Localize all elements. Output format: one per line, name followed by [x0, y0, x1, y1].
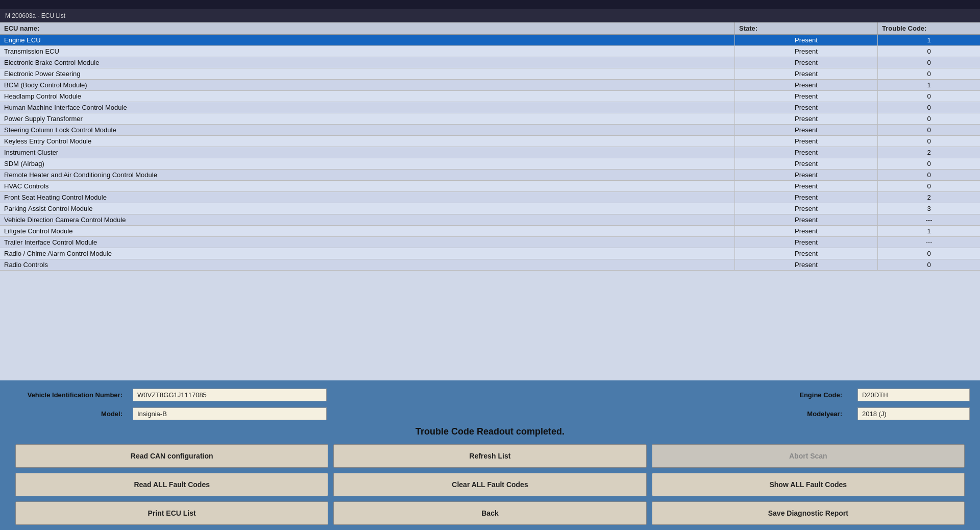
ecu-state-cell: Present: [735, 125, 878, 135]
table-row[interactable]: Electronic Brake Control ModulePresent0: [0, 57, 980, 68]
print-ecu-list-button[interactable]: Print ECU List: [15, 501, 328, 525]
window-title-text: M 200603a - ECU List: [5, 12, 65, 19]
ecu-state-cell: Present: [735, 158, 878, 169]
ecu-name-cell: Human Machine Interface Control Module: [0, 102, 735, 113]
ecu-state-cell: Present: [735, 147, 878, 158]
ecu-trouble-code-cell: 0: [878, 248, 980, 259]
vin-row: Vehicle Identification Number: Engine Co…: [10, 389, 970, 401]
table-row[interactable]: Instrument ClusterPresent2: [0, 147, 980, 158]
ecu-state-cell: Present: [735, 113, 878, 124]
title-bar: [0, 0, 980, 9]
ecu-name-cell: Electronic Power Steering: [0, 68, 735, 79]
save-diagnostic-report-button[interactable]: Save Diagnostic Report: [652, 501, 965, 525]
engine-code-input[interactable]: [857, 389, 970, 401]
table-row[interactable]: HVAC ControlsPresent0: [0, 181, 980, 192]
ecu-name-cell: Liftgate Control Module: [0, 226, 735, 236]
ecu-trouble-code-cell: 0: [878, 181, 980, 191]
table-row[interactable]: Steering Column Lock Control ModulePrese…: [0, 125, 980, 136]
ecu-state-cell: Present: [735, 80, 878, 90]
ecu-trouble-code-cell: 0: [878, 57, 980, 68]
ecu-state-cell: Present: [735, 102, 878, 113]
window-title: M 200603a - ECU List: [0, 9, 980, 22]
ecu-trouble-code-cell: 0: [878, 113, 980, 124]
ecu-state-cell: Present: [735, 35, 878, 45]
engine-code-label: Engine Code:: [799, 391, 842, 399]
vin-label: Vehicle Identification Number:: [10, 391, 122, 399]
ecu-trouble-code-cell: ---: [878, 237, 980, 248]
table-row[interactable]: Remote Heater and Air Conditioning Contr…: [0, 170, 980, 181]
ecu-name-cell: Electronic Brake Control Module: [0, 57, 735, 68]
bottom-area: Vehicle Identification Number: Engine Co…: [0, 380, 980, 530]
table-row[interactable]: Front Seat Heating Control ModulePresent…: [0, 192, 980, 203]
ecu-rows: Engine ECUPresent1Transmission ECUPresen…: [0, 35, 980, 271]
read-all-fault-codes-button[interactable]: Read ALL Fault Codes: [15, 473, 328, 496]
ecu-name-cell: Vehicle Direction Camera Control Module: [0, 214, 735, 225]
table-row[interactable]: SDM (Airbag)Present0: [0, 158, 980, 170]
clear-all-fault-codes-button[interactable]: Clear ALL Fault Codes: [333, 473, 646, 496]
ecu-trouble-code-cell: 0: [878, 158, 980, 169]
abort-scan-button[interactable]: Abort Scan: [652, 444, 965, 468]
model-label: Model:: [10, 410, 122, 418]
table-row[interactable]: Radio ControlsPresent0: [0, 259, 980, 271]
ecu-name-cell: Engine ECU: [0, 35, 735, 45]
ecu-state-cell: Present: [735, 181, 878, 191]
ecu-state-cell: Present: [735, 214, 878, 225]
back-button[interactable]: Back: [333, 501, 646, 525]
ecu-name-cell: Radio / Chime Alarm Control Module: [0, 248, 735, 259]
table-row[interactable]: Engine ECUPresent1: [0, 35, 980, 46]
ecu-state-cell: Present: [735, 248, 878, 259]
table-row[interactable]: Electronic Power SteeringPresent0: [0, 68, 980, 80]
ecu-trouble-code-cell: ---: [878, 214, 980, 225]
table-row[interactable]: Trailer Interface Control ModulePresent-…: [0, 237, 980, 248]
ecu-trouble-code-cell: 2: [878, 192, 980, 203]
show-all-fault-codes-button[interactable]: Show ALL Fault Codes: [652, 473, 965, 496]
header-ecu-name: ECU name:: [0, 22, 735, 34]
table-row[interactable]: Vehicle Direction Camera Control ModuleP…: [0, 214, 980, 226]
ecu-name-cell: Transmission ECU: [0, 46, 735, 57]
table-row[interactable]: Liftgate Control ModulePresent1: [0, 226, 980, 237]
ecu-trouble-code-cell: 1: [878, 80, 980, 90]
ecu-trouble-code-cell: 0: [878, 68, 980, 79]
ecu-state-cell: Present: [735, 203, 878, 214]
table-row[interactable]: Human Machine Interface Control ModulePr…: [0, 102, 980, 113]
ecu-trouble-code-cell: 3: [878, 203, 980, 214]
table-row[interactable]: Power Supply TransformerPresent0: [0, 113, 980, 125]
ecu-state-cell: Present: [735, 192, 878, 203]
table-row[interactable]: Transmission ECUPresent0: [0, 46, 980, 57]
vin-input[interactable]: [133, 389, 327, 401]
ecu-trouble-code-cell: 0: [878, 259, 980, 270]
ecu-name-cell: Headlamp Control Module: [0, 91, 735, 102]
model-year-label: Modelyear:: [807, 410, 842, 418]
ecu-state-cell: Present: [735, 57, 878, 68]
model-row: Model: Modelyear:: [10, 407, 970, 420]
ecu-state-cell: Present: [735, 46, 878, 57]
status-text: Trouble Code Readout completed.: [10, 426, 970, 437]
ecu-trouble-code-cell: 1: [878, 35, 980, 45]
ecu-trouble-code-cell: 0: [878, 136, 980, 147]
table-row[interactable]: Keyless Entry Control ModulePresent0: [0, 136, 980, 147]
model-year-input[interactable]: [857, 407, 970, 420]
table-row[interactable]: Radio / Chime Alarm Control ModulePresen…: [0, 248, 980, 259]
model-input[interactable]: [133, 407, 327, 420]
ecu-name-cell: BCM (Body Control Module): [0, 80, 735, 90]
ecu-name-cell: Power Supply Transformer: [0, 113, 735, 124]
table-row[interactable]: BCM (Body Control Module)Present1: [0, 80, 980, 91]
read-can-button[interactable]: Read CAN configuration: [15, 444, 328, 468]
ecu-state-cell: Present: [735, 68, 878, 79]
main-content: ECU name: State: Trouble Code: Engine EC…: [0, 22, 980, 530]
ecu-state-cell: Present: [735, 237, 878, 248]
ecu-name-cell: Trailer Interface Control Module: [0, 237, 735, 248]
ecu-state-cell: Present: [735, 136, 878, 147]
table-row[interactable]: Headlamp Control ModulePresent0: [0, 91, 980, 102]
ecu-state-cell: Present: [735, 91, 878, 102]
ecu-name-cell: Instrument Cluster: [0, 147, 735, 158]
ecu-trouble-code-cell: 0: [878, 125, 980, 135]
header-state: State:: [735, 22, 878, 34]
refresh-list-button[interactable]: Refresh List: [333, 444, 646, 468]
ecu-trouble-code-cell: 0: [878, 102, 980, 113]
ecu-name-cell: SDM (Airbag): [0, 158, 735, 169]
ecu-trouble-code-cell: 1: [878, 226, 980, 236]
ecu-trouble-code-cell: 0: [878, 170, 980, 180]
table-row[interactable]: Parking Assist Control ModulePresent3: [0, 203, 980, 214]
ecu-state-cell: Present: [735, 226, 878, 236]
